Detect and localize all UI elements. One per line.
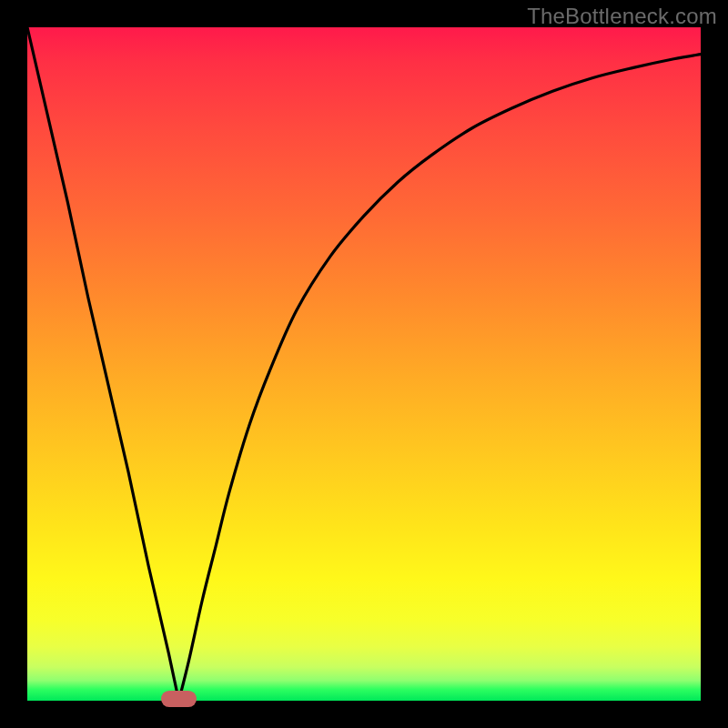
watermark-text: TheBottleneck.com bbox=[527, 4, 717, 29]
optimal-marker bbox=[161, 691, 197, 707]
plot-area bbox=[27, 27, 701, 701]
bottleneck-curve bbox=[27, 27, 701, 701]
chart-frame: TheBottleneck.com bbox=[0, 0, 728, 728]
